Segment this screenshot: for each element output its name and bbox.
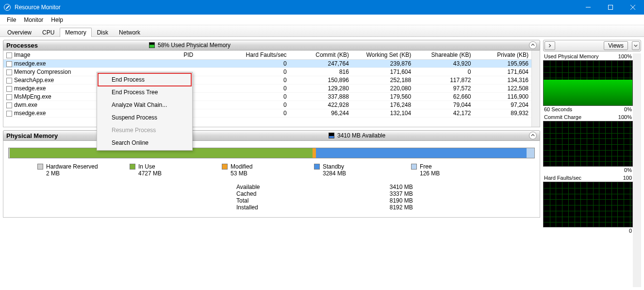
- graph-title: Hard Faults/sec: [544, 175, 581, 181]
- col-pr[interactable]: Private (KB): [474, 51, 531, 60]
- processes-scrollbar[interactable]: [531, 51, 540, 127]
- tab-network[interactable]: Network: [114, 28, 146, 37]
- collapse-physmem-button[interactable]: [529, 132, 537, 139]
- menu-monitor[interactable]: Monitor: [20, 16, 47, 24]
- row-checkbox[interactable]: [6, 78, 12, 84]
- views-dropdown-button[interactable]: [632, 41, 640, 50]
- menu-help[interactable]: Help: [47, 16, 67, 24]
- row-checkbox[interactable]: [6, 86, 12, 92]
- views-button[interactable]: Views: [604, 41, 628, 50]
- graph-max: 100%: [618, 114, 632, 120]
- row-checkbox[interactable]: [6, 102, 12, 108]
- graph-title: Used Physical Memory: [544, 53, 598, 59]
- memory-bar-segment: [313, 148, 316, 158]
- processes-header[interactable]: Processes 58% Used Physical Memory: [3, 40, 540, 51]
- table-row[interactable]: msedge.exe0247,764239,87643,920195,956: [3, 60, 531, 68]
- tab-memory[interactable]: Memory: [60, 28, 91, 37]
- physical-memory-subtitle: 3410 MB Available: [337, 132, 385, 139]
- physical-memory-body: Hardware Reserved2 MBIn Use4727 MBModifi…: [3, 141, 540, 218]
- stat-key: Cached: [236, 190, 382, 197]
- processes-table: Image PID Hard Faults/sec Commit (KB) Wo…: [3, 51, 531, 118]
- tab-overview[interactable]: Overview: [2, 28, 37, 37]
- graph-block: Hard Faults/sec1000: [543, 175, 633, 234]
- graph-block: Used Physical Memory100%60 Seconds0%: [543, 53, 633, 112]
- col-sh[interactable]: Shareable (KB): [414, 51, 474, 60]
- window-title: Resource Monitor: [15, 4, 61, 11]
- app-icon: [4, 4, 11, 11]
- table-row[interactable]: MsMpEng.exe0337,888179,56062,660116,900: [3, 93, 531, 101]
- stat-value: 8192 MB: [390, 204, 535, 211]
- memory-bar-segment: [527, 148, 534, 158]
- side-nav-button[interactable]: [545, 41, 555, 50]
- context-menu-item[interactable]: End Process: [98, 73, 191, 86]
- titlebar: Resource Monitor: [0, 0, 644, 15]
- col-commit[interactable]: Commit (KB): [290, 51, 352, 60]
- table-row[interactable]: msedge.exe0129,280220,08097,572122,508: [3, 85, 531, 93]
- processes-subtitle: 58% Used Physical Memory: [158, 42, 231, 49]
- sidebar-scrollbar[interactable]: [633, 53, 641, 287]
- tab-cpu[interactable]: CPU: [37, 28, 60, 37]
- table-row[interactable]: dwm.exe0422,928176,24879,04497,204: [3, 101, 531, 109]
- context-menu: End ProcessEnd Process TreeAnalyze Wait …: [97, 72, 193, 151]
- legend-item: Free126 MB: [411, 163, 440, 177]
- stat-value: 3410 MB: [390, 184, 535, 190]
- context-menu-item[interactable]: Analyze Wait Chain...: [98, 99, 191, 111]
- maximize-button[interactable]: [599, 0, 622, 15]
- graph-foot-left: 60 Seconds: [544, 106, 572, 112]
- context-menu-item[interactable]: Suspend Process: [98, 111, 191, 124]
- svg-rect-1: [609, 5, 613, 10]
- graph-block: Commit Charge100%0%: [543, 114, 633, 173]
- memory-bar: [8, 148, 535, 158]
- col-hf[interactable]: Hard Faults/sec: [211, 51, 290, 60]
- graph-canvas: [543, 182, 633, 227]
- memory-bar-segment: [316, 148, 526, 158]
- stat-key: Total: [236, 197, 382, 204]
- menu-file[interactable]: File: [3, 16, 20, 24]
- col-ws[interactable]: Working Set (KB): [352, 51, 414, 60]
- minimize-button[interactable]: [577, 0, 599, 15]
- table-row[interactable]: msedge.exe096,244132,10442,17289,932: [3, 109, 531, 118]
- stat-value: 3337 MB: [390, 190, 535, 197]
- tabbar: Overview CPU Memory Disk Network: [0, 25, 644, 37]
- collapse-processes-button[interactable]: [529, 41, 537, 49]
- stat-value: 8190 MB: [390, 197, 535, 204]
- graph-title: Commit Charge: [544, 114, 581, 120]
- stat-key: Available: [236, 184, 382, 190]
- graph-canvas: [543, 121, 633, 167]
- row-checkbox[interactable]: [6, 69, 12, 75]
- side-toolbar: Views: [543, 40, 641, 51]
- menubar: File Monitor Help: [0, 15, 644, 25]
- legend-item: Standby3284 MB: [314, 163, 346, 177]
- col-pid[interactable]: PID: [181, 51, 211, 60]
- legend-item: Modified53 MB: [222, 163, 252, 177]
- table-row[interactable]: Memory Compression0816171,6040171,604: [3, 68, 531, 76]
- legend-item: Hardware Reserved2 MB: [37, 163, 98, 177]
- graph-max: 100: [623, 175, 632, 181]
- row-checkbox[interactable]: [6, 94, 12, 100]
- context-menu-item[interactable]: End Process Tree: [98, 86, 191, 99]
- row-checkbox[interactable]: [6, 111, 12, 117]
- graph-max: 100%: [618, 53, 632, 59]
- tab-disk[interactable]: Disk: [92, 28, 114, 37]
- available-indicator-icon: [329, 133, 334, 138]
- context-menu-item: Resume Process: [98, 124, 191, 136]
- row-checkbox[interactable]: [6, 61, 12, 67]
- context-menu-item[interactable]: Search Online: [98, 136, 191, 149]
- select-all-checkbox[interactable]: [6, 52, 12, 58]
- processes-table-wrap: Image PID Hard Faults/sec Commit (KB) Wo…: [3, 51, 540, 127]
- memory-indicator-icon: [149, 42, 155, 48]
- legend-item: In Use4727 MB: [130, 163, 162, 177]
- col-image[interactable]: Image: [3, 51, 181, 60]
- processes-title: Processes: [6, 42, 38, 49]
- table-row[interactable]: SearchApp.exe0150,896252,188117,872134,3…: [3, 76, 531, 85]
- graph-foot-right: 0: [629, 228, 632, 234]
- physical-memory-header[interactable]: Physical Memory 3410 MB Available: [3, 130, 540, 141]
- stat-key: Installed: [236, 204, 382, 211]
- physical-memory-title: Physical Memory: [6, 132, 58, 139]
- graph-foot-right: 0%: [624, 167, 632, 173]
- close-button[interactable]: [622, 0, 644, 15]
- graph-foot-right: 0%: [624, 106, 632, 112]
- graph-canvas: [543, 60, 633, 106]
